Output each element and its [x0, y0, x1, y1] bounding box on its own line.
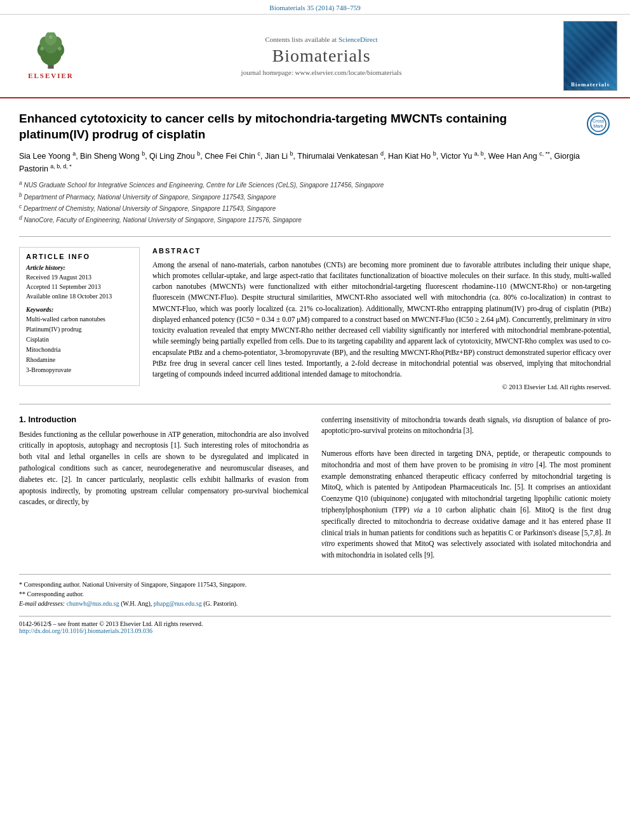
- cover-texture: [564, 22, 617, 90]
- article-title-section: Enhanced cytotoxicity to cancer cells by…: [19, 111, 611, 142]
- page-wrapper: Biomaterials 35 (2014) 748–759: [0, 0, 630, 840]
- cover-label: Biomaterials: [571, 81, 610, 88]
- footnote-emails: E-mail addresses: chunwh@nus.edu.sg (W.H…: [19, 599, 611, 608]
- intro-left-col: 1. Introduction Besides functioning as t…: [19, 415, 309, 562]
- left-col: ARTICLE INFO Article history: Received 1…: [19, 247, 140, 394]
- intro-title: 1. Introduction: [19, 415, 309, 424]
- copyright-line: © 2013 Elsevier Ltd. All rights reserved…: [152, 383, 611, 390]
- footnotes: * Corresponding author. National Univers…: [19, 574, 611, 608]
- svg-point-10: [49, 36, 53, 39]
- affiliation-b: b Department of Pharmacy, National Unive…: [19, 191, 611, 203]
- right-col: ABSTRACT Among the arsenal of nano-mater…: [152, 247, 611, 394]
- elsevier-tree-icon: [29, 32, 73, 70]
- journal-cover-image: Biomaterials: [563, 21, 617, 91]
- keyword-2: Platinum(IV) prodrug: [26, 324, 133, 335]
- affiliation-a: a NUS Graduate School for Integrative Sc…: [19, 179, 611, 190]
- sciencedirect-line: Contents lists available at ScienceDirec…: [265, 36, 377, 43]
- issn-line: 0142-9612/$ – see front matter © 2013 El…: [19, 620, 611, 627]
- header-center: Contents lists available at ScienceDirec…: [89, 21, 554, 91]
- sciencedirect-link[interactable]: ScienceDirect: [338, 36, 378, 43]
- abstract-text: Among the arsenal of nano-materials, car…: [152, 260, 611, 380]
- article-title: Enhanced cytotoxicity to cancer cells by…: [19, 111, 579, 142]
- article-history: Article history: Received 19 August 2013…: [26, 264, 133, 301]
- doi-link[interactable]: http://dx.doi.org/10.1016/j.biomaterials…: [19, 627, 611, 634]
- svg-text:Mark: Mark: [593, 124, 603, 128]
- footnote-2: ** Corresponding author.: [19, 589, 611, 599]
- footnote-1: * Corresponding author. National Univers…: [19, 580, 611, 589]
- keywords-section: Keywords: Multi-walled carbon nanotubes …: [26, 306, 133, 375]
- keyword-6: 3-Bromopyruvate: [26, 365, 133, 375]
- keyword-3: Cisplatin: [26, 335, 133, 345]
- svg-text:Cross: Cross: [593, 119, 605, 123]
- header-area: ELSEVIER Contents lists available at Sci…: [0, 15, 630, 98]
- crossmark-icon: Cross Mark: [587, 112, 610, 135]
- email-1[interactable]: chunwh@nus.edu.sg: [67, 600, 119, 607]
- introduction-section: 1. Introduction Besides functioning as t…: [19, 415, 611, 562]
- intro-right-text: conferring insensitivity of mitochondria…: [321, 415, 611, 562]
- article-info-title: ARTICLE INFO: [26, 253, 133, 260]
- svg-point-9: [58, 47, 62, 51]
- abstract-title: ABSTRACT: [152, 247, 611, 255]
- elsevier-label: ELSEVIER: [28, 72, 74, 79]
- svg-point-8: [40, 47, 44, 51]
- homepage-line: journal homepage: www.elsevier.com/locat…: [241, 69, 402, 76]
- two-col-layout: ARTICLE INFO Article history: Received 1…: [19, 247, 611, 394]
- intro-right-col: conferring insensitivity of mitochondria…: [321, 415, 611, 562]
- keywords-list: Multi-walled carbon nanotubes Platinum(I…: [26, 314, 133, 375]
- header-right: Biomaterials: [554, 21, 617, 91]
- bottom-bar: 0142-9612/$ – see front matter © 2013 El…: [19, 616, 611, 634]
- received-date: Received 19 August 2013: [26, 272, 133, 282]
- affiliations: a NUS Graduate School for Integrative Sc…: [19, 179, 611, 225]
- journal-title: Biomaterials: [272, 46, 370, 66]
- elsevier-logo-area: ELSEVIER: [13, 21, 89, 91]
- keywords-title: Keywords:: [26, 306, 133, 313]
- available-date: Available online 18 October 2013: [26, 291, 133, 301]
- accepted-date: Accepted 11 September 2013: [26, 282, 133, 291]
- affiliation-c: c Department of Chemistry, National Univ…: [19, 203, 611, 214]
- header-divider: [19, 236, 611, 237]
- authors-line: Sia Lee Yoong a, Bin Sheng Wong b, Qi Li…: [19, 150, 611, 175]
- journal-citation: Biomaterials 35 (2014) 748–759: [269, 4, 360, 11]
- keyword-4: Mitochondria: [26, 345, 133, 355]
- history-title: Article history:: [26, 264, 133, 271]
- journal-bar: Biomaterials 35 (2014) 748–759: [0, 0, 630, 15]
- keyword-5: Rhodamine: [26, 355, 133, 365]
- email-2[interactable]: phapg@nus.edu.sg: [154, 600, 202, 607]
- intro-left-text: Besides functioning as the cellular powe…: [19, 429, 309, 509]
- elsevier-logo: ELSEVIER: [28, 32, 74, 79]
- sciencedirect-text: Contents lists available at: [265, 36, 338, 43]
- crossmark-badge: Cross Mark: [586, 111, 611, 137]
- affiliation-d: d NanoCore, Faculty of Engineering, Nati…: [19, 214, 611, 225]
- article-content: Enhanced cytotoxicity to cancer cells by…: [0, 98, 630, 647]
- article-info-box: ARTICLE INFO Article history: Received 1…: [19, 247, 140, 386]
- keyword-1: Multi-walled carbon nanotubes: [26, 314, 133, 324]
- section-divider-2: [19, 404, 611, 404]
